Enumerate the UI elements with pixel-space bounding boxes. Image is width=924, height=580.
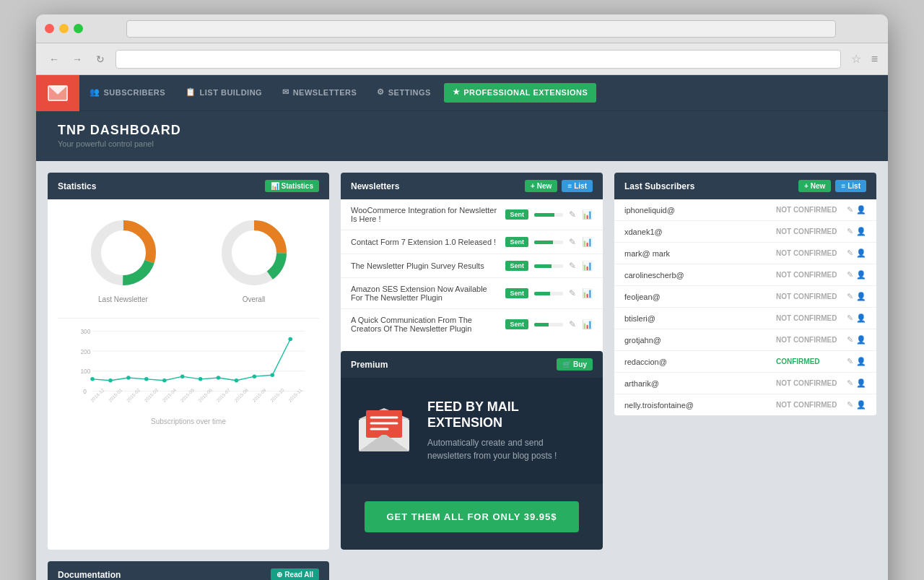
page-header: TNP DASHBOARD Your powerful control pane…: [36, 111, 888, 161]
nav-subscribers[interactable]: 👥 Subscribers: [79, 75, 175, 111]
newsletter-item: Contact Form 7 Extension 1.0 Released ! …: [341, 230, 603, 254]
svg-text:2015-09: 2015-09: [251, 387, 267, 403]
edit-icon[interactable]: ✎: [847, 205, 853, 215]
edit-icon[interactable]: ✎: [847, 227, 853, 236]
bar-indicator: [534, 213, 563, 217]
newsletters-nav-icon: ✉: [282, 87, 289, 97]
page-subtitle: Your powerful control panel: [58, 139, 866, 148]
subscribers-new-btn[interactable]: + New: [798, 180, 831, 192]
edit-icon[interactable]: ✎: [847, 378, 853, 388]
edit-icon[interactable]: ✎: [847, 357, 853, 366]
svg-text:2015-07: 2015-07: [215, 387, 231, 403]
sub-actions: ✎ 👤: [847, 400, 866, 410]
status-badge: Sent: [505, 319, 528, 329]
edit-icon[interactable]: ✎: [847, 248, 853, 258]
nav-newsletters[interactable]: ✉ Newsletters: [272, 75, 367, 111]
svg-point-36: [253, 374, 257, 378]
status-badge: Sent: [505, 237, 528, 247]
subscribers-list-btn[interactable]: ≡ List: [835, 180, 866, 192]
newsletters-new-btn[interactable]: + New: [525, 180, 557, 192]
list-building-icon: 📋: [186, 87, 196, 97]
chart-icon[interactable]: 📊: [582, 237, 593, 247]
donut-chart-2: [218, 217, 290, 289]
user-icon[interactable]: 👤: [856, 227, 866, 236]
newsletter-item: Amazon SES Extension Now Available For T…: [341, 278, 603, 309]
line-chart: 300 200 100 0 2014-12: [58, 326, 319, 412]
svg-text:2015-06: 2015-06: [197, 387, 213, 403]
svg-text:2015-11: 2015-11: [287, 387, 303, 403]
chart-icon[interactable]: 📊: [582, 209, 593, 220]
user-icon[interactable]: 👤: [856, 400, 866, 410]
statistics-body: Last Newsletter: [48, 199, 329, 436]
subscriber-item: feoljean@ NOT CONFIRMED ✎ 👤: [614, 286, 876, 308]
user-icon[interactable]: 👤: [856, 313, 866, 323]
edit-icon[interactable]: ✎: [569, 319, 576, 329]
user-icon[interactable]: 👤: [856, 378, 866, 388]
user-icon[interactable]: 👤: [856, 270, 866, 280]
close-button[interactable]: [45, 24, 54, 33]
back-button[interactable]: ←: [46, 51, 62, 67]
newsletter-item: WooCommerce Integration for Newsletter I…: [341, 199, 603, 230]
user-icon[interactable]: 👤: [856, 292, 866, 301]
svg-text:2015-05: 2015-05: [179, 387, 195, 403]
sub-actions: ✎ 👤: [847, 205, 866, 215]
cta-button[interactable]: GET THEM ALL FOR ONLY 39.95$: [365, 501, 578, 532]
subscriber-item: redaccion@ CONFIRMED ✎ 👤: [614, 351, 876, 373]
browser-menu-icon[interactable]: ≡: [871, 53, 878, 66]
premium-buy-btn[interactable]: 🛒 Buy: [557, 358, 593, 371]
edit-icon[interactable]: ✎: [569, 261, 576, 271]
documentation-panel-title: Documentation: [58, 570, 121, 580]
last-subscribers-panel: Last Subscribers + New ≡ List: [614, 173, 876, 415]
read-all-btn[interactable]: ⊕ Read All: [271, 568, 319, 580]
subscribers-panel-title: Last Subscribers: [624, 181, 694, 191]
app-nav: 👥 Subscribers 📋 List Building ✉ Newslett…: [36, 75, 888, 111]
edit-icon[interactable]: ✎: [569, 237, 576, 247]
chart-icon[interactable]: 📊: [582, 319, 593, 329]
bookmark-icon[interactable]: ☆: [851, 52, 861, 66]
svg-text:2014-12: 2014-12: [90, 387, 105, 403]
edit-icon[interactable]: ✎: [569, 209, 576, 220]
feed-by-mail-icon: [355, 404, 413, 455]
edit-icon[interactable]: ✎: [847, 270, 853, 280]
chart-icon[interactable]: 📊: [582, 288, 593, 298]
user-icon[interactable]: 👤: [856, 248, 866, 258]
statistics-btn[interactable]: 📊 Statistics: [265, 180, 319, 192]
list-icon: ≡: [567, 182, 572, 190]
edit-icon[interactable]: ✎: [847, 313, 853, 323]
svg-point-28: [108, 378, 113, 383]
nav-settings[interactable]: ⚙ Settings: [367, 75, 441, 111]
edit-icon[interactable]: ✎: [847, 335, 853, 345]
svg-point-35: [235, 378, 239, 383]
chart-icon[interactable]: 📊: [582, 261, 593, 271]
svg-text:2015-04: 2015-04: [162, 387, 178, 403]
forward-button[interactable]: →: [69, 51, 85, 67]
statistics-panel-actions: 📊 Statistics: [265, 180, 319, 192]
newsletters-list-btn[interactable]: ≡ List: [562, 180, 593, 192]
list-icon: ≡: [841, 182, 845, 190]
svg-point-32: [180, 374, 185, 378]
dashboard-grid: Statistics 📊 Statistics: [36, 161, 888, 580]
subscriber-item: grotjahn@ NOT CONFIRMED ✎ 👤: [614, 329, 876, 351]
svg-text:200: 200: [80, 348, 90, 355]
user-icon[interactable]: 👤: [856, 357, 866, 366]
nav-professional-extensions[interactable]: ★ Professional Extensions: [444, 83, 597, 103]
subscribers-panel-actions: + New ≡ List: [798, 180, 866, 192]
chart-area: 300 200 100 0 2014-12: [58, 318, 319, 425]
edit-icon[interactable]: ✎: [569, 288, 576, 298]
newsletters-panel-header: Newsletters + New ≡ List: [341, 173, 603, 199]
user-icon[interactable]: 👤: [856, 205, 866, 215]
nav-list-building[interactable]: 📋 List Building: [175, 75, 272, 111]
edit-icon[interactable]: ✎: [847, 292, 853, 301]
subscriber-list: iphoneliquid@ NOT CONFIRMED ✎ 👤 xdanek1@…: [614, 199, 876, 415]
newsletters-panel-title: Newsletters: [351, 181, 399, 191]
bar-indicator: [534, 323, 563, 326]
newsletter-item: A Quick Communication From The Creators …: [341, 309, 603, 339]
status-badge: Sent: [505, 288, 528, 298]
user-icon[interactable]: 👤: [856, 335, 866, 345]
edit-icon[interactable]: ✎: [847, 400, 853, 410]
donut-overall: Overall: [218, 217, 290, 303]
refresh-button[interactable]: ↻: [92, 51, 108, 67]
minimize-button[interactable]: [59, 24, 69, 33]
maximize-button[interactable]: [74, 24, 83, 33]
url-input[interactable]: [116, 50, 841, 69]
